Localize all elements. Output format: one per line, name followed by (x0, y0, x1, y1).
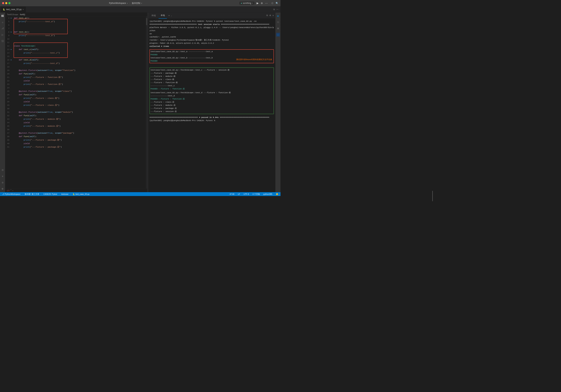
terminal-tab-local[interactable]: 本地 (159, 12, 167, 19)
terminal-line-pkg-before: ---fixture : package-前 (151, 72, 273, 75)
version-control-label[interactable]: 版本控制 (132, 2, 140, 5)
code-line-32: 32 def fun3(self): (5, 114, 147, 117)
sidebar-item-explorer[interactable] (1, 14, 5, 18)
statusbar-testcase[interactable]: testcase (61, 193, 69, 195)
sidebar-item-account[interactable]: ⊙ (1, 181, 5, 185)
split-editor-icon[interactable]: ⧉ (273, 8, 275, 11)
terminal-tabs: 终端 本地 + ⌄ ⧉ ⊗ × (148, 12, 275, 19)
close-button[interactable] (2, 2, 4, 4)
maximize-button[interactable] (8, 2, 11, 4)
run-arrow-13[interactable]: ▶ (11, 48, 14, 51)
tab-filename: test_case_02.py (6, 8, 22, 11)
add-terminal-icon[interactable]: + (168, 14, 170, 17)
minimize-button[interactable] (5, 2, 7, 4)
terminal-split-icon[interactable]: ⧉ (266, 14, 268, 17)
terminal-tab-terminal[interactable]: 终端 (150, 12, 158, 19)
statusbar-indent[interactable]: 4 个空格 (252, 193, 260, 196)
statusbar-right: 47:40 LF UTF-8 4 个空格 python385 🔔 (229, 193, 279, 196)
terminal-line-test-d-header: testcase/test_case_02.py::Test01Scope::t… (151, 91, 273, 94)
branch-name: somthing (243, 2, 251, 4)
settings-icon[interactable]: ⚙ (261, 2, 263, 5)
breadcrumb-bar: Test01Scope › fun5() (5, 12, 147, 16)
terminal-line-cls-after: ---fixture : class-后 (151, 101, 273, 104)
branch-dot-icon: ● (241, 2, 242, 4)
terminal-line-mod-before: ---fixture : module-前 (151, 75, 273, 78)
scroll-arrow-down[interactable]: ⌄ (12, 189, 14, 191)
right-sidebar-ai-icon[interactable]: ◈ (276, 14, 280, 18)
statusbar-line-col[interactable]: 47:40 (229, 193, 235, 196)
statusbar-case-text: CASE29: Pytest (43, 193, 57, 195)
statusbar-workspace-name: PythonWorkspace (5, 193, 21, 195)
run-arrow-8[interactable]: ▶ (11, 30, 14, 34)
sidebar-item-extensions[interactable]: ⬛ (1, 39, 5, 43)
statusbar-git-branch[interactable]: ⎇ PythonWorkspace (1, 193, 21, 195)
file-tab-test-case-02[interactable]: 🐍 test_case_02.py × (1, 6, 26, 12)
terminal-line-test-c-header: testcase/test_case_02.py::Test01Scope::t… (151, 69, 273, 72)
terminal-line-platform: platform darwin -- Python 3.8.5, pytest-… (150, 26, 274, 32)
terminal-line-collected: collected 4 items (150, 45, 274, 48)
svg-rect-2 (3, 16, 4, 17)
sidebar-item-search[interactable]: ⌕ (1, 20, 5, 24)
code-line-8: 8 ▶ def test_b(): (5, 30, 147, 34)
terminal-body[interactable]: (python385) yangkai@yangkaideMacBook-Pro… (148, 19, 275, 192)
version-control-icon[interactable]: ∨ (141, 2, 142, 4)
terminal-line-test-c-result: ---------------test_c (151, 84, 273, 87)
code-line-19: 19 @pytest.fixture(autouse=True, scope="… (5, 69, 147, 72)
person-icon[interactable]: ⊙ (271, 1, 273, 5)
code-line-31: 31 @pytest.fixture(autouse=True, scope="… (5, 111, 147, 114)
code-line-12: 12 class Test01Scope: (5, 44, 147, 48)
scroll-arrow-up[interactable]: ⌃ (10, 189, 12, 191)
statusbar-case[interactable]: CASE29: Pytest (43, 193, 58, 195)
statusbar-encoding[interactable]: UTF-8 (243, 193, 250, 196)
terminal-pane: 终端 本地 + ⌄ ⧉ ⊗ × (python385) yangkai@yang… (148, 12, 275, 192)
sidebar-item-git[interactable]: ⎇ (1, 26, 5, 30)
more-options-icon[interactable]: ⋯ (265, 1, 268, 5)
sidebar-item-remote[interactable]: ⊡ (1, 168, 5, 172)
workspace-dropdown-icon[interactable]: ∨ (127, 2, 128, 4)
terminal-line-sep1: ========================================… (150, 23, 274, 26)
code-line-17: 17 print("---------------test_d") (5, 62, 147, 65)
code-line-37: 37 @pytest.fixture(autouse=True, scope="… (5, 131, 147, 135)
right-sidebar: ◈ ⚇ ⊞ ⬡ (275, 12, 280, 192)
svg-rect-0 (1, 15, 2, 17)
workspace-name[interactable]: PythonWorkspace (109, 2, 126, 4)
statusbar-indent-text: 4 个空格 (252, 193, 260, 196)
run-arrow-4[interactable]: ▶ (11, 16, 14, 20)
titlebar-actions: ▶ ⚙ ⋯ (257, 1, 268, 5)
right-sidebar-github-icon[interactable]: ⚇ (276, 20, 280, 24)
terminal-dropdown-icon[interactable]: ⌄ (171, 15, 172, 17)
branch-indicator[interactable]: ● somthing ∨ (239, 1, 255, 5)
statusbar-lang-text: python385 (263, 193, 272, 195)
traffic-lights (2, 2, 11, 4)
titlebar: PythonWorkspace ∨ | 版本控制 ∨ ● somthing ∨ … (0, 0, 280, 6)
terminal-close-icon[interactable]: × (272, 14, 274, 17)
terminal-line-plugins: plugins: Faker-18.9.0, allure-pytest-2.9… (150, 42, 274, 45)
statusbar-lesson[interactable]: 第49课: 第三方库 (24, 193, 40, 196)
code-editor[interactable]: 4 ▶ def test_a(): 5 print("-------------… (5, 16, 147, 192)
search-icon[interactable]: 🔍 (276, 2, 278, 5)
statusbar-notifications-icon[interactable]: 🔔 (275, 193, 279, 196)
code-line-14: 14 print("---------------test_c") (5, 51, 147, 55)
right-sidebar-extensions2-icon[interactable]: ⊞ (276, 26, 280, 30)
minimap-thumb[interactable] (146, 18, 147, 25)
terminal-line-pkg-after: ---fixture : package-后 (151, 107, 273, 110)
code-line-39: 39 print("---fixture : package-前") (5, 138, 147, 142)
code-line-6: 6 (5, 23, 147, 27)
right-sidebar-chat-icon[interactable]: ⬡ (276, 33, 280, 37)
run-icon[interactable]: ▶ (257, 1, 259, 5)
code-line-26: 26 def fun2(self): (5, 93, 147, 96)
run-arrow-16[interactable]: ▶ (11, 58, 14, 62)
statusbar-line-ending[interactable]: LF (237, 193, 241, 196)
terminal-line-cachedir: cachedir: .pytest_cache (150, 35, 274, 39)
more-tabs-icon[interactable]: ⋯ (276, 8, 278, 11)
sidebar-item-layers[interactable]: ≡ (1, 174, 5, 178)
terminal-trash-icon[interactable]: ⊗ (269, 14, 271, 17)
tab-close-button[interactable]: × (22, 8, 23, 10)
terminal-line-mod-after: ---fixture : module-后 (151, 104, 273, 107)
code-line-35: 35 print("---fixture : module-后") (5, 124, 147, 128)
breadcrumb-method: fun5() (20, 13, 25, 16)
statusbar-language[interactable]: python385 (263, 193, 273, 196)
sidebar-item-settings[interactable]: ⚙ (1, 187, 5, 191)
statusbar-file[interactable]: 🐍 test_case_02.py (72, 193, 90, 195)
sidebar-item-debug[interactable]: ▷ (1, 33, 5, 37)
